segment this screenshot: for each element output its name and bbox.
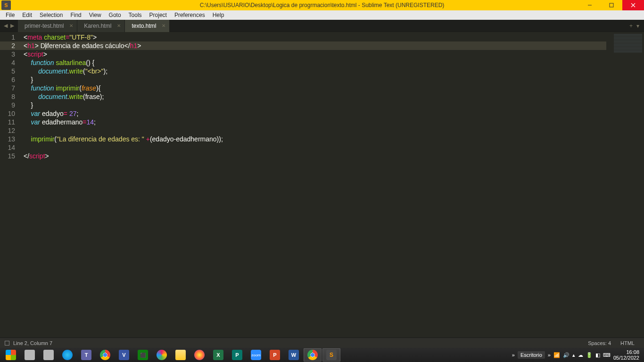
taskbar-word[interactable]: W (285, 348, 303, 362)
status-indent[interactable]: Spaces: 4 (583, 340, 616, 346)
minimize-button[interactable] (579, 0, 601, 10)
code-line[interactable]: document.write(frase); (24, 92, 606, 101)
tab-bar: ◀ ▶ primer-test.html ✕ Karen.html ✕ text… (0, 20, 644, 32)
menu-edit[interactable]: Edit (18, 11, 36, 19)
windows-taskbar: TV⬛XPzoomPWS » Escritorio » 📶 🔊 ▴ ☁ 🔋 ◧ … (0, 348, 644, 362)
status-position[interactable]: Line 2, Column 7 (13, 340, 52, 346)
tray-network-icon[interactable]: 📶 (553, 352, 560, 358)
maximize-button[interactable] (601, 0, 622, 10)
tray-battery-icon[interactable]: 🔋 (586, 352, 593, 358)
menu-selection[interactable]: Selection (36, 11, 66, 19)
tab-label: primer-test.html (25, 23, 64, 29)
code-line[interactable]: } (24, 75, 606, 84)
taskbar-chrome[interactable] (96, 348, 114, 362)
menu-help[interactable]: Help (209, 11, 228, 19)
code-line[interactable]: <h1> Diferencia de edades cáculo</h1> (24, 41, 606, 50)
chrome-open-icon (307, 350, 318, 360)
new-tab-icon[interactable]: + (629, 23, 633, 29)
system-tray: » Escritorio » 📶 🔊 ▴ ☁ 🔋 ◧ ⌨ 16:08 05/12… (512, 349, 642, 361)
taskbar-visio[interactable]: V (115, 348, 133, 362)
app-icon: S (1, 0, 11, 10)
line-gutter: 123456789101112131415 (0, 32, 24, 337)
taskbar-teams[interactable]: T (77, 348, 95, 362)
tab-primer-test[interactable]: primer-test.html ✕ (18, 20, 77, 32)
taskbar-edge[interactable] (58, 348, 76, 362)
taskbar-photos[interactable] (153, 348, 171, 362)
code-line[interactable]: </script> (24, 152, 606, 160)
back-icon[interactable]: ◀ (4, 23, 8, 29)
taskbar-excel[interactable]: X (209, 348, 227, 362)
code-line[interactable]: var edadyo= 27; (24, 109, 606, 118)
code-editor[interactable]: 123456789101112131415 <meta charset="UTF… (0, 32, 644, 337)
edge-icon (62, 350, 73, 360)
forward-icon[interactable]: ▶ (10, 23, 14, 29)
toolbar-expand-icon[interactable]: » (548, 352, 551, 358)
tray-volume-icon[interactable]: 🔊 (563, 352, 570, 358)
tab-close-icon[interactable]: ✕ (69, 23, 73, 28)
menu-file[interactable]: File (2, 11, 18, 19)
tab-karen[interactable]: Karen.html ✕ (77, 20, 125, 32)
status-bar: Line 2, Column 7 Spaces: 4 HTML (0, 337, 644, 348)
status-syntax[interactable]: HTML (616, 340, 639, 346)
tab-texto[interactable]: texto.html ✕ (125, 20, 170, 32)
taskbar-firefox[interactable] (190, 348, 208, 362)
tab-close-icon[interactable]: ✕ (117, 23, 121, 28)
taskbar-sublime[interactable]: S (322, 348, 340, 362)
taskbar-search[interactable] (40, 348, 58, 362)
zoom-icon: zoom (251, 350, 261, 360)
clock-date: 05/12/2022 (613, 355, 639, 361)
code-area[interactable]: <meta charset="UTF-8"><h1> Diferencia de… (24, 32, 606, 337)
desktop-toolbar[interactable]: Escritorio (518, 351, 545, 359)
tray-app-icon[interactable]: ◧ (595, 352, 600, 358)
taskbar-chrome-open[interactable] (304, 348, 322, 362)
code-line[interactable]: function saltarlinea() { (24, 58, 606, 67)
code-line[interactable]: var edadhermano=14; (24, 118, 606, 126)
taskbar-task-view[interactable] (21, 348, 39, 362)
code-line[interactable]: imprimir("La diferencia de edades es: " … (24, 135, 606, 143)
window-title: C:\Users\USUARIO\Desktop\Logica de progr… (200, 2, 445, 8)
menu-bar: File Edit Selection Find View Goto Tools… (0, 10, 644, 20)
visio-icon: V (119, 350, 129, 360)
taskbar-publisher[interactable]: P (228, 348, 246, 362)
menu-preferences[interactable]: Preferences (171, 11, 209, 19)
clock-time: 16:08 (613, 349, 639, 355)
code-line[interactable] (24, 143, 606, 152)
menu-goto[interactable]: Goto (105, 11, 125, 19)
taskbar-explorer[interactable] (172, 348, 190, 362)
tab-menu-icon[interactable]: ▾ (636, 23, 639, 29)
code-line[interactable]: <script> (24, 50, 606, 58)
code-line[interactable]: <meta charset="UTF-8"> (24, 33, 606, 41)
window-titlebar: S C:\Users\USUARIO\Desktop\Logica de pro… (0, 0, 644, 10)
minimap-preview (614, 34, 642, 53)
code-line[interactable]: } (24, 101, 606, 109)
tray-hidden-icon[interactable]: ▴ (572, 352, 575, 358)
chrome-icon (100, 350, 110, 360)
menu-find[interactable]: Find (66, 11, 85, 19)
tab-history-nav[interactable]: ◀ ▶ (0, 23, 18, 29)
panel-switch-icon[interactable] (5, 341, 9, 346)
taskbar-zoom[interactable]: zoom (247, 348, 265, 362)
menu-tools[interactable]: Tools (125, 11, 146, 19)
tab-label: Karen.html (84, 23, 111, 29)
code-line[interactable] (24, 126, 606, 135)
tab-close-icon[interactable]: ✕ (162, 23, 165, 28)
tray-onedrive-icon[interactable]: ☁ (578, 352, 583, 358)
window-controls (579, 0, 644, 10)
menu-view[interactable]: View (85, 11, 105, 19)
search-icon (43, 350, 54, 360)
menu-project[interactable]: Project (146, 11, 171, 19)
minimap[interactable] (606, 32, 644, 337)
code-line[interactable]: document.write("<br>"); (24, 67, 606, 75)
taskbar-start[interactable] (2, 348, 20, 362)
word-icon: W (289, 350, 299, 360)
toolbar-chevron-icon[interactable]: » (512, 352, 515, 358)
close-button[interactable] (622, 0, 644, 10)
taskbar-store[interactable]: ⬛ (134, 348, 152, 362)
photos-icon (157, 350, 167, 360)
start-icon (6, 350, 16, 360)
code-line[interactable]: function imprimir(frase){ (24, 84, 606, 92)
explorer-icon (175, 350, 186, 360)
tray-lang-icon[interactable]: ⌨ (603, 352, 611, 358)
taskbar-powerpoint[interactable]: P (266, 348, 284, 362)
taskbar-clock[interactable]: 16:08 05/12/2022 (613, 349, 639, 361)
